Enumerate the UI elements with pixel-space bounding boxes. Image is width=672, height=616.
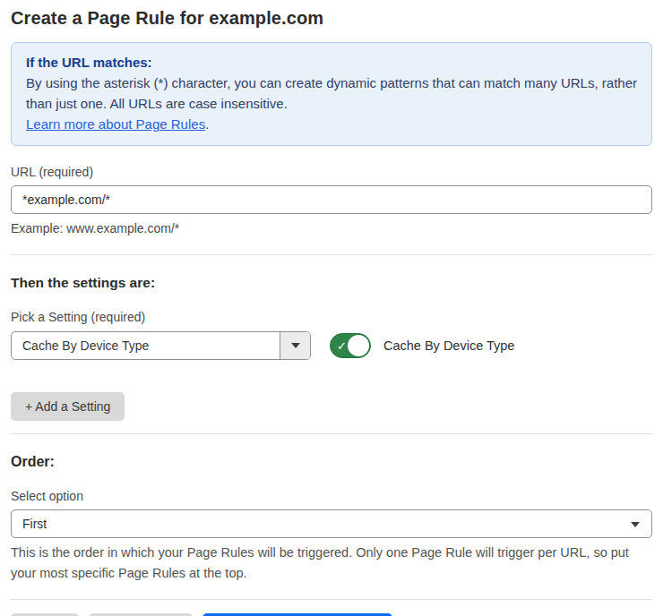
learn-more-link[interactable]: Learn more about Page Rules [26, 116, 205, 132]
toggle-label: Cache By Device Type [383, 338, 514, 353]
pick-setting-label: Pick a Setting (required) [11, 310, 652, 324]
chevron-down-icon [291, 343, 300, 348]
check-icon: ✓ [337, 340, 347, 352]
url-match-info-box: If the URL matches: By using the asteris… [11, 42, 652, 146]
toggle-knob [348, 335, 369, 356]
setting-row: Cache By Device Type ✓ Cache By Device T… [11, 331, 652, 360]
order-helper-text: This is the order in which your Page Rul… [11, 543, 645, 584]
divider [11, 599, 652, 600]
chevron-down-icon [631, 522, 640, 527]
setting-select-arrow-button[interactable] [280, 332, 310, 359]
divider [11, 433, 652, 434]
info-box-body: By using the asterisk (*) character, you… [26, 73, 637, 114]
setting-select[interactable]: Cache By Device Type [11, 331, 311, 360]
page-title: Create a Page Rule for example.com [11, 8, 652, 29]
add-setting-button[interactable]: + Add a Setting [11, 392, 125, 421]
select-option-label: Select option [11, 489, 652, 503]
settings-section-heading: Then the settings are: [11, 275, 652, 291]
info-box-link-line: Learn more about Page Rules. [26, 114, 637, 134]
order-section-heading: Order: [11, 454, 652, 470]
order-select-value: First [22, 517, 47, 531]
link-suffix: . [205, 116, 209, 132]
order-select[interactable]: First [11, 509, 652, 538]
info-box-heading: If the URL matches: [26, 52, 637, 73]
cache-device-toggle[interactable]: ✓ [330, 333, 371, 358]
url-field-label: URL (required) [11, 165, 652, 179]
url-input[interactable] [11, 185, 652, 214]
page-rule-form: Create a Page Rule for example.com If th… [0, 0, 672, 616]
url-example-helper: Example: www.example.com/* [11, 221, 652, 235]
setting-select-value: Cache By Device Type [12, 332, 280, 359]
divider [11, 254, 652, 255]
